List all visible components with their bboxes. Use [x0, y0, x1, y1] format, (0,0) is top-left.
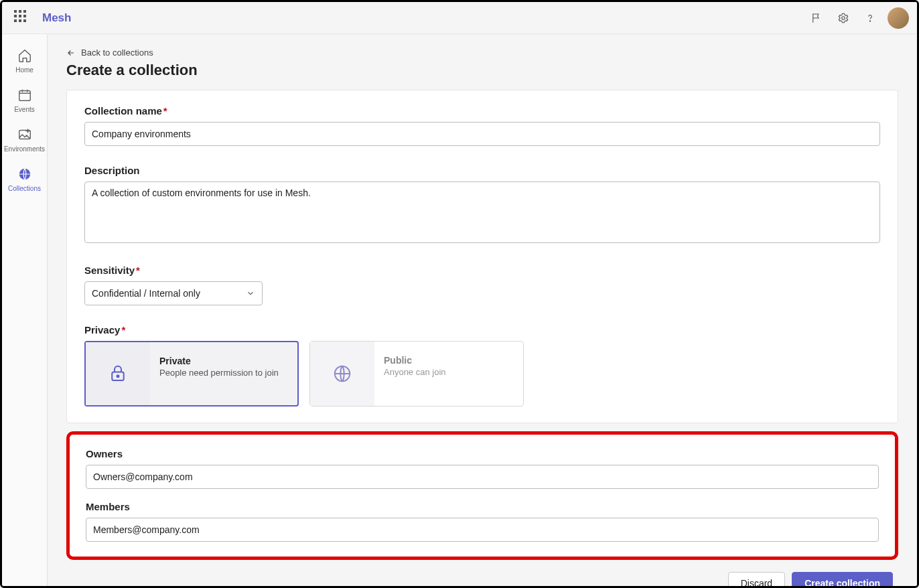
rail-label: Home [15, 66, 33, 74]
create-collection-button[interactable]: Create collection [792, 572, 893, 586]
gear-icon[interactable] [830, 5, 857, 31]
topbar: Mesh [2, 2, 917, 34]
main-content: Back to collections Create a collection … [48, 34, 917, 586]
flag-icon[interactable] [803, 5, 830, 31]
globe-outline-icon [310, 342, 374, 406]
home-icon [17, 48, 33, 64]
collection-name-input[interactable] [84, 122, 880, 146]
page-title: Create a collection [66, 62, 898, 79]
left-rail: Home Events Environments Collections [2, 34, 48, 586]
rail-item-home[interactable]: Home [2, 42, 48, 82]
rail-item-environments[interactable]: Environments [2, 121, 48, 161]
rail-item-events[interactable]: Events [2, 82, 48, 121]
owners-label: Owners [86, 448, 879, 459]
form-card-main: Collection name* Description A collectio… [66, 90, 898, 423]
app-title: Mesh [42, 11, 71, 25]
privacy-option-private[interactable]: Private People need permission to join [84, 341, 299, 407]
help-icon[interactable] [857, 5, 883, 31]
rail-label: Environments [4, 145, 45, 153]
privacy-private-title: Private [159, 356, 288, 366]
owners-input[interactable] [86, 465, 879, 489]
discard-button[interactable]: Discard [728, 572, 785, 586]
privacy-public-sub: Anyone can join [384, 367, 514, 377]
back-link-label: Back to collections [81, 48, 153, 58]
form-card-members: Owners Members [66, 431, 898, 560]
privacy-private-sub: People need permission to join [159, 368, 288, 378]
app-launcher-icon[interactable] [14, 10, 30, 26]
description-label: Description [84, 165, 880, 176]
chevron-down-icon [246, 289, 255, 298]
svg-point-1 [869, 20, 870, 21]
rail-item-collections[interactable]: Collections [2, 161, 48, 200]
svg-rect-2 [19, 91, 30, 101]
lock-icon [86, 342, 150, 405]
image-sparkle-icon [17, 127, 33, 143]
privacy-option-public[interactable]: Public Anyone can join [309, 341, 524, 407]
privacy-label: Privacy* [84, 324, 880, 336]
arrow-left-icon [66, 48, 76, 58]
sensitivity-select[interactable]: Confidential / Internal only [84, 281, 263, 305]
globe-icon [17, 166, 33, 182]
footer-actions: Discard Create collection [66, 568, 898, 586]
privacy-public-title: Public [384, 355, 514, 366]
svg-point-6 [117, 375, 119, 377]
description-textarea[interactable]: A collection of custom environments for … [84, 181, 880, 243]
sensitivity-label: Sensitivity* [84, 265, 880, 276]
members-label: Members [86, 501, 879, 512]
avatar[interactable] [888, 7, 909, 29]
sensitivity-value: Confidential / Internal only [92, 288, 200, 299]
rail-label: Collections [8, 185, 41, 192]
calendar-icon [17, 87, 33, 103]
collection-name-label: Collection name* [84, 105, 880, 117]
svg-point-0 [842, 16, 845, 19]
rail-label: Events [14, 106, 35, 113]
members-input[interactable] [86, 518, 879, 542]
back-to-collections-link[interactable]: Back to collections [66, 48, 153, 58]
